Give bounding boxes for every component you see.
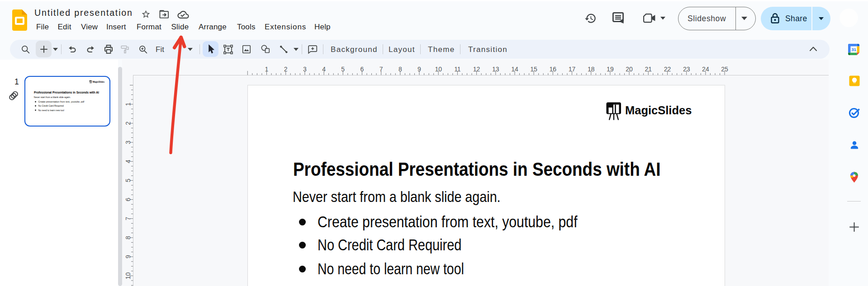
svg-text:10: 10 — [124, 272, 132, 279]
svg-text:14: 14 — [511, 66, 518, 73]
svg-text:24: 24 — [702, 66, 709, 73]
svg-text:9: 9 — [124, 255, 132, 258]
svg-text:15: 15 — [530, 66, 537, 73]
svg-text:17: 17 — [569, 66, 576, 73]
svg-text:25: 25 — [721, 66, 728, 73]
svg-text:5: 5 — [124, 178, 132, 182]
svg-text:7: 7 — [379, 66, 383, 73]
svg-text:9: 9 — [417, 66, 421, 73]
svg-text:7: 7 — [124, 217, 132, 220]
svg-text:22: 22 — [664, 66, 671, 73]
svg-text:21: 21 — [645, 66, 652, 73]
svg-text:16: 16 — [550, 66, 557, 73]
svg-text:11: 11 — [454, 66, 461, 73]
svg-text:19: 19 — [607, 66, 614, 73]
svg-text:23: 23 — [683, 66, 690, 73]
svg-text:13: 13 — [492, 66, 499, 73]
svg-text:2: 2 — [124, 122, 132, 125]
svg-text:2: 2 — [284, 66, 288, 73]
svg-text:18: 18 — [588, 66, 595, 73]
svg-text:6: 6 — [124, 197, 132, 201]
svg-text:4: 4 — [322, 66, 326, 73]
svg-text:6: 6 — [360, 66, 364, 73]
svg-text:3: 3 — [124, 141, 132, 144]
svg-text:8: 8 — [124, 236, 132, 239]
svg-text:3: 3 — [303, 66, 307, 73]
svg-text:5: 5 — [341, 66, 345, 73]
svg-text:12: 12 — [473, 66, 480, 73]
svg-text:31: 31 — [851, 47, 856, 52]
svg-text:8: 8 — [398, 66, 402, 73]
svg-text:1: 1 — [265, 66, 269, 73]
svg-text:10: 10 — [435, 66, 442, 73]
svg-text:20: 20 — [626, 66, 633, 73]
svg-text:4: 4 — [124, 159, 132, 163]
